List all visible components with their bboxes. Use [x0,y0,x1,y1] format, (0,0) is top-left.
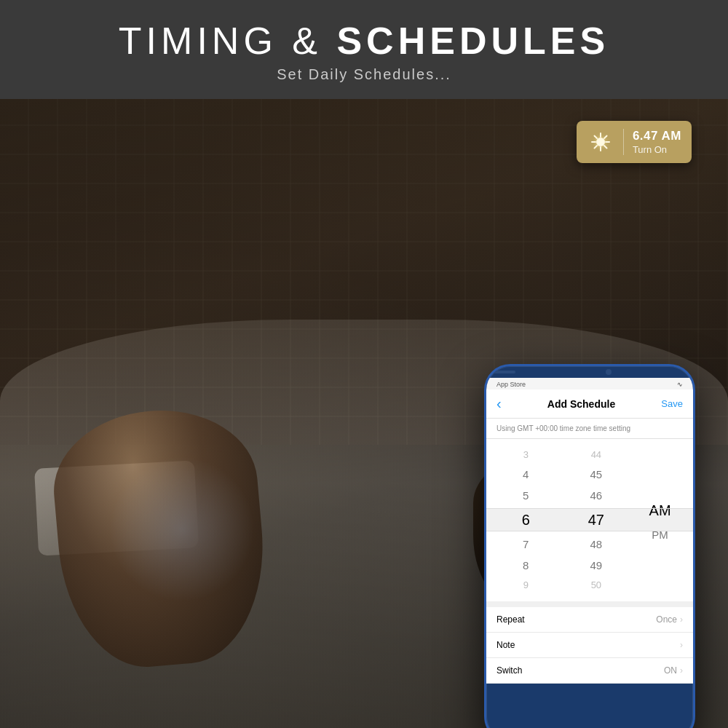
phone-camera [606,369,612,375]
page-wrapper: TIMING & SCHEDULES Set Daily Schedules..… [0,0,728,728]
min-44: 44 [564,446,629,463]
badge-time: 6.47 AM [633,129,681,143]
phone-nav-bar: ‹ Add Schedule Save [486,389,693,419]
svg-line-6 [604,146,607,149]
title-part2: SCHEDULES [336,20,609,62]
phone-info-bar: Using GMT +00:00 time zone time setting [486,419,693,439]
hour-3: 3 [494,446,558,463]
repeat-chevron: › [680,614,683,625]
repeat-label: Repeat [496,614,525,625]
svg-line-5 [594,136,597,139]
page-title: TIMING & SCHEDULES [15,20,713,62]
repeat-value-text: Once [656,614,677,625]
phone-status-bar: App Store ∿ [486,378,693,389]
nav-back-button[interactable]: ‹ [496,395,502,412]
schedule-badge: 6.47 AM Turn On [577,121,692,163]
hour-8: 8 [494,555,558,575]
badge-text: 6.47 AM Turn On [623,129,681,155]
nav-title: Add Schedule [547,398,615,410]
wifi-icon: ∿ [677,381,683,388]
note-label: Note [496,640,515,650]
settings-divider-1 [486,601,693,607]
sun-icon [590,132,611,152]
app-store-label: App Store [496,381,526,388]
header: TIMING & SCHEDULES Set Daily Schedules..… [0,0,728,99]
switch-value: ON › [664,665,683,676]
note-value: › [680,640,683,650]
svg-point-0 [597,138,604,146]
svg-line-8 [594,146,597,149]
title-part1: TIMING & [119,20,337,62]
badge-icon-container [587,128,614,156]
switch-chevron: › [680,665,683,676]
hour-9: 9 [494,577,558,593]
svg-line-7 [604,136,607,139]
switch-value-text: ON [664,665,677,676]
picker-highlight [486,508,693,531]
min-49: 49 [564,555,629,575]
min-45: 45 [564,464,629,484]
settings-row-repeat[interactable]: Repeat Once › [486,607,693,633]
badge-action: Turn On [633,144,681,155]
nav-save-button[interactable]: Save [661,398,683,409]
hour-5: 5 [494,486,558,505]
hour-7: 7 [494,534,558,554]
hour-4: 4 [494,464,558,484]
image-section: 6.47 AM Turn On App Store ∿ ‹ Add Schedu… [0,99,728,728]
phone-top-row [486,366,693,378]
min-46: 46 [564,486,629,505]
switch-label: Switch [496,665,522,676]
settings-row-note[interactable]: Note › [486,633,693,658]
min-48: 48 [564,534,629,554]
settings-row-switch[interactable]: Switch ON › [486,658,693,684]
settings-section: Repeat Once › Note › Switch ON [486,601,693,684]
repeat-value: Once › [656,614,683,625]
phone-mockup: App Store ∿ ‹ Add Schedule Save Using GM… [484,364,695,728]
page-subtitle: Set Daily Schedules... [15,66,713,83]
time-picker[interactable]: 3 4 5 6 7 8 9 44 45 46 47 48 [486,439,693,601]
note-chevron: › [680,640,683,650]
sun-rays-svg [590,132,611,152]
min-50: 50 [564,577,629,593]
